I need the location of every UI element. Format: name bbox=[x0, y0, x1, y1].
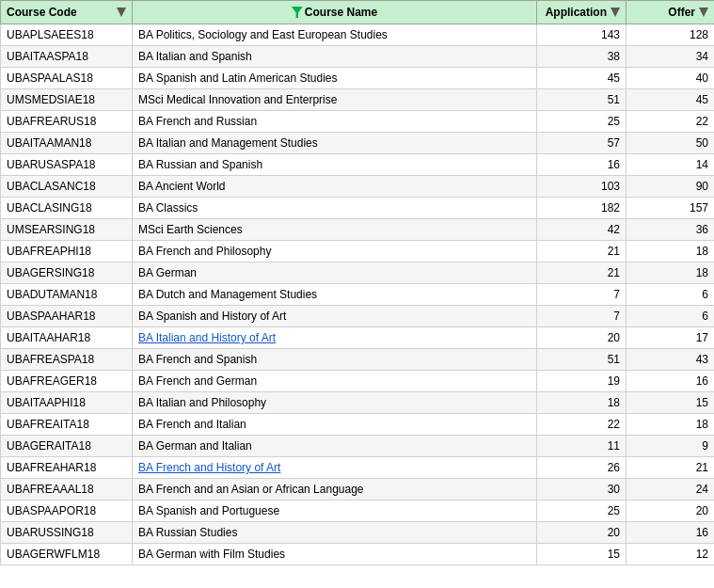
table-row: UBACLASANC18BA Ancient World10390 bbox=[1, 176, 715, 198]
offers-cell: 16 bbox=[627, 522, 715, 544]
table-row: UBAFREARUS18BA French and Russian2522 bbox=[1, 111, 715, 133]
table-row: UBAFREAHAR18BA French and History of Art… bbox=[1, 457, 715, 479]
table-row: UBAPLSAEES18BA Politics, Sociology and E… bbox=[1, 24, 715, 46]
table-row: UBAFREAITA18BA French and Italian2218 bbox=[1, 414, 715, 436]
applications-cell: 20 bbox=[537, 327, 627, 349]
offers-cell: 16 bbox=[627, 371, 715, 392]
applications-cell: 30 bbox=[537, 479, 627, 501]
table-row: UMSEARSING18MSci Earth Sciences4236 bbox=[1, 219, 715, 241]
offers-cell: 20 bbox=[627, 501, 715, 522]
course-code-cell: UBARUSASPA18 bbox=[1, 154, 133, 176]
course-name-cell: BA Russian Studies bbox=[133, 522, 537, 544]
course-code-cell: UBAFREASPA18 bbox=[1, 349, 133, 371]
offers-cell: 18 bbox=[627, 414, 715, 436]
applications-cell: 20 bbox=[537, 522, 627, 544]
course-name-cell[interactable]: BA French and History of Art bbox=[133, 457, 537, 479]
offers-cell: 45 bbox=[627, 89, 715, 111]
offers-cell: 21 bbox=[627, 457, 715, 479]
course-name-cell: MSci Earth Sciences bbox=[133, 219, 537, 241]
offers-cell: 90 bbox=[627, 176, 715, 198]
offers-cell: 18 bbox=[627, 241, 715, 262]
table-row: UBAGERWFLM18BA German with Film Studies1… bbox=[1, 544, 715, 565]
course-code-cell: UBASPAAHAR18 bbox=[1, 306, 133, 327]
offers-cell: 157 bbox=[627, 198, 715, 219]
course-code-cell: UBAFREARUS18 bbox=[1, 111, 133, 133]
course-name-cell: MSci Medical Innovation and Enterprise bbox=[133, 89, 537, 111]
course-code-cell: UBARUSSING18 bbox=[1, 522, 133, 544]
course-name-cell: BA Spanish and Latin American Studies bbox=[133, 68, 537, 89]
course-name-cell: BA French and Italian bbox=[133, 414, 537, 436]
offers-cell: 18 bbox=[627, 262, 715, 284]
applications-cell: 103 bbox=[537, 176, 627, 198]
course-name-cell: BA French and an Asian or African Langua… bbox=[133, 479, 537, 501]
table-row: UBAITAASPA18BA Italian and Spanish3834 bbox=[1, 46, 715, 68]
table-row: UBAITAAPHI18BA Italian and Philosophy181… bbox=[1, 392, 715, 414]
course-code-cell: UBAGERWFLM18 bbox=[1, 544, 133, 565]
offers-cell: 9 bbox=[627, 436, 715, 457]
course-code-cell: UBAPLSAEES18 bbox=[1, 24, 133, 46]
applications-cell: 38 bbox=[537, 46, 627, 68]
offers-cell: 12 bbox=[627, 544, 715, 565]
applications-cell: 45 bbox=[537, 68, 627, 89]
table-row: UBASPAAHAR18BA Spanish and History of Ar… bbox=[1, 306, 715, 327]
course-code-cell: UBASPAALAS18 bbox=[1, 68, 133, 89]
table-row: UBAFREASPA18BA French and Spanish5143 bbox=[1, 349, 715, 371]
data-table: Course Code Course Name Application bbox=[0, 0, 714, 565]
offers-cell: 24 bbox=[627, 479, 715, 501]
table-row: UBAITAAMAN18BA Italian and Management St… bbox=[1, 133, 715, 154]
course-code-cell: UBAFREAAAL18 bbox=[1, 479, 133, 501]
applications-cell: 15 bbox=[537, 544, 627, 565]
course-name-cell: BA Spanish and Portuguese bbox=[133, 501, 537, 522]
applications-cell: 182 bbox=[537, 198, 627, 219]
course-name-cell: BA Classics bbox=[133, 198, 537, 219]
course-name-cell: BA Italian and Management Studies bbox=[133, 133, 537, 154]
applications-cell: 21 bbox=[537, 262, 627, 284]
table-row: UBACLASING18BA Classics182157 bbox=[1, 198, 715, 219]
course-code-cell: UBAFREAHAR18 bbox=[1, 457, 133, 479]
applications-cell: 51 bbox=[537, 349, 627, 371]
course-code-cell: UBAGERAITA18 bbox=[1, 436, 133, 457]
course-name-cell: BA Spanish and History of Art bbox=[133, 306, 537, 327]
table-row: UBASPAAPOR18BA Spanish and Portuguese252… bbox=[1, 501, 715, 522]
offers-cell: 17 bbox=[627, 327, 715, 349]
filter-icon bbox=[292, 7, 303, 18]
offers-cell: 6 bbox=[627, 306, 715, 327]
course-code-cell: UBASPAAPOR18 bbox=[1, 501, 133, 522]
applications-cell: 7 bbox=[537, 306, 627, 327]
course-code-cell: UBAGERSING18 bbox=[1, 262, 133, 284]
course-name-cell: BA French and Russian bbox=[133, 111, 537, 133]
table-row: UBAGERSING18BA German2118 bbox=[1, 262, 715, 284]
course-name-cell: BA Russian and Spanish bbox=[133, 154, 537, 176]
course-name-header[interactable]: Course Name bbox=[133, 1, 537, 24]
offers-cell: 50 bbox=[627, 133, 715, 154]
course-name-cell: BA Dutch and Management Studies bbox=[133, 284, 537, 306]
offers-header[interactable]: Offer bbox=[627, 1, 715, 24]
applications-cell: 25 bbox=[537, 111, 627, 133]
offers-cell: 34 bbox=[627, 46, 715, 68]
table-row: UMSMEDSIAE18MSci Medical Innovation and … bbox=[1, 89, 715, 111]
offers-cell: 36 bbox=[627, 219, 715, 241]
course-code-cell: UMSEARSING18 bbox=[1, 219, 133, 241]
table-row: UBARUSSING18BA Russian Studies2016 bbox=[1, 522, 715, 544]
course-code-cell: UBAITAASPA18 bbox=[1, 46, 133, 68]
table-row: UBADUTAMAN18BA Dutch and Management Stud… bbox=[1, 284, 715, 306]
course-name-cell[interactable]: BA Italian and History of Art bbox=[133, 327, 537, 349]
course-name-cell: BA Politics, Sociology and East European… bbox=[133, 24, 537, 46]
offers-cell: 43 bbox=[627, 349, 715, 371]
table-row: UBARUSASPA18BA Russian and Spanish1614 bbox=[1, 154, 715, 176]
table-row: UBAGERAITA18BA German and Italian119 bbox=[1, 436, 715, 457]
course-code-cell: UBAFREAPHI18 bbox=[1, 241, 133, 262]
applications-cell: 143 bbox=[537, 24, 627, 46]
course-code-header[interactable]: Course Code bbox=[1, 1, 133, 24]
offers-cell: 15 bbox=[627, 392, 715, 414]
applications-cell: 26 bbox=[537, 457, 627, 479]
course-name-cell: BA Ancient World bbox=[133, 176, 537, 198]
applications-cell: 7 bbox=[537, 284, 627, 306]
sort-arrow-offers-icon bbox=[699, 8, 708, 17]
course-name-cell: BA French and German bbox=[133, 371, 537, 392]
applications-header[interactable]: Application bbox=[537, 1, 627, 24]
applications-cell: 11 bbox=[537, 436, 627, 457]
course-code-cell: UBAITAAMAN18 bbox=[1, 133, 133, 154]
applications-cell: 57 bbox=[537, 133, 627, 154]
offers-cell: 22 bbox=[627, 111, 715, 133]
